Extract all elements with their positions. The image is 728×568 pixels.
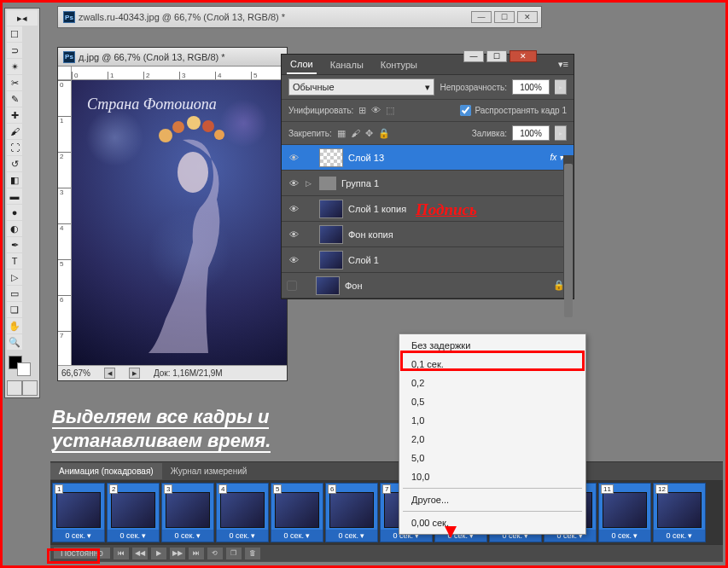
animation-frame[interactable]: 120 сек. ▾: [653, 483, 706, 542]
visibility-toggle[interactable]: 👁: [287, 178, 300, 188]
delay-option-2-0[interactable]: 2,0: [399, 430, 585, 449]
layer-thumbnail[interactable]: [319, 251, 343, 270]
eraser-tool[interactable]: ◧: [7, 172, 22, 188]
first-frame-button[interactable]: ⏮: [114, 548, 129, 559]
stamp-tool[interactable]: ⛶: [7, 140, 22, 155]
visibility-toggle[interactable]: 👁: [287, 229, 300, 240]
frame-delay-button[interactable]: 0 сек. ▾: [162, 530, 213, 542]
heal-tool[interactable]: ✚: [7, 107, 22, 123]
zoom-tool[interactable]: 🔍: [7, 334, 22, 350]
frame-delay-button[interactable]: 0 сек. ▾: [108, 530, 159, 542]
layer-thumbnail[interactable]: [319, 148, 343, 167]
dodge-tool[interactable]: ◐: [7, 221, 22, 236]
tab-animation[interactable]: Анимация (покадровая): [50, 463, 162, 479]
next-frame-button[interactable]: ▶▶: [170, 548, 185, 559]
fill-input[interactable]: 100%: [512, 125, 550, 141]
tab-paths[interactable]: Контуры: [377, 56, 421, 73]
frame-delay-button[interactable]: 0 сек. ▾: [654, 530, 705, 542]
propagate-frame-checkbox[interactable]: Распространять кадр 1: [460, 105, 567, 116]
move-tool[interactable]: ▸◂: [7, 10, 38, 26]
horizontal-ruler[interactable]: 012345: [58, 67, 287, 80]
delay-option-10-0[interactable]: 10,0: [399, 467, 585, 486]
history-brush-tool[interactable]: ↺: [7, 156, 22, 171]
layer-row[interactable]: 👁Слой 1: [282, 247, 574, 273]
frame-delay-button[interactable]: 0 сек. ▾: [326, 530, 377, 542]
animation-frame[interactable]: 40 сек. ▾: [216, 483, 269, 542]
vertical-ruler[interactable]: 01234567: [58, 80, 72, 365]
loop-select[interactable]: Постоянно: [54, 548, 110, 559]
ruler-origin[interactable]: [58, 67, 72, 80]
hand-tool[interactable]: ✋: [7, 318, 22, 333]
unify-visibility-icon[interactable]: 👁: [371, 105, 381, 116]
delay-option-0-5[interactable]: 0,5: [399, 392, 585, 411]
visibility-toggle[interactable]: 👁: [287, 204, 300, 214]
eyedropper-tool[interactable]: ✎: [7, 91, 22, 107]
scroll-left-button[interactable]: ◀: [104, 368, 115, 379]
lock-position-icon[interactable]: ✥: [365, 128, 373, 139]
3d-tool[interactable]: ❏: [7, 302, 22, 317]
delay-option-5-0[interactable]: 5,0: [399, 449, 585, 467]
gradient-tool[interactable]: ▬: [7, 188, 22, 204]
layer-thumbnail[interactable]: [319, 200, 343, 218]
blend-mode-select[interactable]: Обычные ▾: [288, 78, 434, 96]
visibility-toggle[interactable]: 👁: [287, 153, 300, 163]
frame-delay-button[interactable]: 0 сек. ▾: [53, 530, 104, 542]
delay-current-value[interactable]: 0,00 сек.: [399, 513, 585, 532]
tab-channels[interactable]: Каналы: [327, 56, 367, 73]
tab-layers[interactable]: Слои: [287, 55, 317, 74]
layer-name[interactable]: Фон: [345, 281, 548, 291]
marquee-tool[interactable]: ☐: [7, 26, 22, 42]
lasso-tool[interactable]: ⊃: [7, 43, 22, 58]
canvas[interactable]: Страна Фотошопа: [72, 80, 287, 365]
layer-thumbnail[interactable]: [316, 276, 340, 295]
unify-position-icon[interactable]: ⊞: [358, 105, 366, 116]
expand-icon[interactable]: ▷: [306, 179, 314, 188]
unify-style-icon[interactable]: ⬚: [386, 105, 394, 116]
animation-frame[interactable]: 30 сек. ▾: [161, 483, 214, 542]
color-swatches[interactable]: [7, 354, 38, 378]
panel-menu-icon[interactable]: ▾≡: [558, 59, 568, 70]
document-window-2-titlebar[interactable]: Ps д.jpg @ 66,7% (Слой 13, RGB/8) *: [58, 48, 287, 67]
layer-thumbnail[interactable]: [319, 225, 343, 244]
frame-delay-button[interactable]: 0 сек. ▾: [599, 530, 650, 542]
layer-name[interactable]: Группа 1: [341, 178, 568, 188]
visibility-toggle[interactable]: 👁: [287, 255, 300, 265]
brush-tool[interactable]: 🖌: [7, 124, 22, 139]
tween-button[interactable]: ⟲: [207, 548, 223, 559]
layer-name[interactable]: Фон копия: [348, 229, 568, 240]
delay-option-0-2[interactable]: 0,2: [399, 374, 585, 392]
prev-frame-button[interactable]: ◀◀: [132, 548, 148, 559]
wand-tool[interactable]: ✴: [7, 59, 22, 74]
layer-fx-indicator[interactable]: fx ▾: [550, 153, 563, 162]
scroll-right-button[interactable]: ▶: [129, 368, 140, 379]
close-button[interactable]: ✕: [510, 50, 537, 62]
layers-scrollbar[interactable]: [563, 155, 574, 298]
layer-name[interactable]: Слой 1: [348, 255, 568, 265]
layer-row[interactable]: Фон🔒: [282, 273, 574, 298]
animation-frame[interactable]: 50 сек. ▾: [271, 483, 323, 542]
lock-pixels-icon[interactable]: 🖌: [351, 128, 360, 139]
animation-frame[interactable]: 10 сек. ▾: [52, 483, 105, 542]
frame-delay-button[interactable]: 0 сек. ▾: [217, 530, 268, 542]
shape-tool[interactable]: ▭: [7, 286, 22, 301]
crop-tool[interactable]: ✂: [7, 75, 22, 90]
minimize-button[interactable]: —: [463, 50, 484, 62]
opacity-stepper[interactable]: ▸: [555, 79, 567, 95]
layer-row[interactable]: 👁Слой 13fx ▾: [282, 145, 574, 171]
delete-frame-button[interactable]: 🗑: [245, 548, 260, 559]
layer-row[interactable]: 👁Фон копия: [282, 222, 574, 247]
last-frame-button[interactable]: ⏭: [189, 548, 204, 559]
visibility-toggle[interactable]: [287, 281, 297, 291]
minimize-button[interactable]: —: [471, 11, 492, 23]
new-frame-button[interactable]: ❐: [226, 548, 242, 559]
close-button[interactable]: ✕: [517, 11, 538, 23]
delay-option-1-0[interactable]: 1,0: [399, 411, 585, 430]
lock-transparency-icon[interactable]: ▦: [337, 128, 346, 139]
blur-tool[interactable]: ●: [7, 205, 22, 220]
play-button[interactable]: ▶: [151, 548, 166, 559]
zoom-level[interactable]: 66,67%: [61, 368, 90, 378]
animation-frame[interactable]: 20 сек. ▾: [107, 483, 160, 542]
layer-thumbnail[interactable]: [319, 177, 336, 190]
layer-row[interactable]: 👁▷Группа 1: [282, 171, 574, 196]
frame-delay-button[interactable]: 0 сек. ▾: [271, 530, 323, 542]
